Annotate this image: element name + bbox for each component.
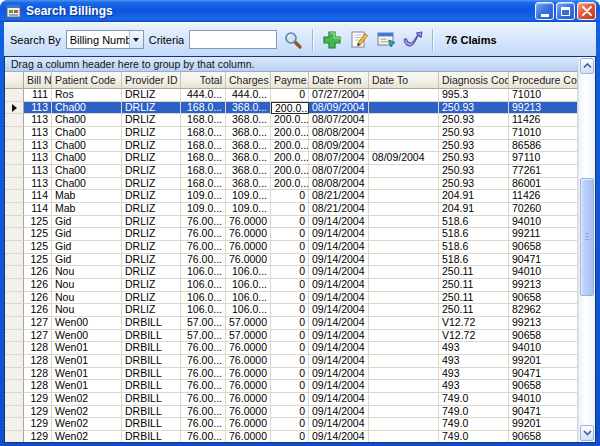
grid-cell[interactable]: 129 [24, 431, 52, 442]
grid-cell[interactable]: 09/14/2004 [309, 241, 369, 254]
grid-cell[interactable]: 71010 [509, 89, 578, 102]
grid-cell[interactable]: 368.0... [226, 178, 271, 191]
grid-cell[interactable]: Mab [52, 190, 122, 203]
grid-cell[interactable]: Nou [52, 292, 122, 305]
grid-cell[interactable] [369, 418, 439, 431]
grid-cell[interactable] [369, 406, 439, 419]
table-row[interactable]: 113Cha00DRLIZ168.0...368.0...200.0...08/… [5, 102, 578, 115]
grid-cell[interactable] [369, 342, 439, 355]
grid-cell[interactable]: Cha00 [52, 165, 122, 178]
grid-cell[interactable]: 109.0... [181, 203, 226, 216]
column-header-date-from[interactable]: Date From [309, 72, 369, 89]
table-row[interactable]: 111RosDRLIZ444.0...444.0...007/27/200499… [5, 89, 578, 102]
grid-cell[interactable]: 127 [24, 317, 52, 330]
table-row[interactable]: 127Wen00DRBILL57.00...57.0000009/14/2004… [5, 317, 578, 330]
grid-cell[interactable]: 90658 [509, 292, 578, 305]
grid-cell[interactable] [369, 431, 439, 442]
grid-cell[interactable]: 444.0... [226, 89, 271, 102]
grid-cell[interactable]: 09/14/2004 [309, 266, 369, 279]
grid-cell[interactable]: 204.91 [439, 203, 509, 216]
grid-cell[interactable]: 113 [24, 127, 52, 140]
grid-cell[interactable]: 125 [24, 241, 52, 254]
grid-cell[interactable]: 08/09/2004 [369, 152, 439, 165]
grid-cell[interactable]: Cha00 [52, 127, 122, 140]
grid-cell[interactable]: DRLIZ [122, 140, 181, 153]
grid-cell[interactable]: 518.6 [439, 216, 509, 229]
grid-cell[interactable]: 113 [24, 152, 52, 165]
grid-cell[interactable]: DRLIZ [122, 228, 181, 241]
table-row[interactable]: 129Wen02DRBILL76.00...76.0000009/14/2004… [5, 406, 578, 419]
group-by-bar[interactable]: Drag a column header here to group by th… [5, 57, 578, 72]
table-row[interactable]: 128Wen01DRBILL76.00...76.0000009/14/2004… [5, 355, 578, 368]
grid-cell[interactable]: 0 [271, 279, 309, 292]
grid-cell[interactable]: 90658 [509, 431, 578, 442]
grid-cell[interactable]: Cha00 [52, 152, 122, 165]
grid-cell[interactable]: Cha00 [52, 178, 122, 191]
grid-cell[interactable]: 09/14/2004 [309, 279, 369, 292]
grid-cell[interactable] [369, 355, 439, 368]
search-by-select[interactable]: Billing Number [66, 30, 144, 49]
maximize-button[interactable] [556, 2, 575, 20]
column-header-diagnosis-code[interactable]: Diagnosis Code [439, 72, 509, 89]
grid-cell[interactable]: 128 [24, 380, 52, 393]
grid-cell[interactable]: 76.0000 [226, 254, 271, 267]
grid-cell[interactable]: 70260 [509, 203, 578, 216]
grid-cell[interactable]: 0 [271, 342, 309, 355]
grid-cell[interactable]: 109.0... [226, 190, 271, 203]
grid-cell[interactable]: 168.0... [181, 152, 226, 165]
table-row[interactable]: 114MabDRLIZ109.0...109.0...008/21/200420… [5, 190, 578, 203]
grid-cell[interactable]: 125 [24, 254, 52, 267]
grid-cell[interactable]: 250.93 [439, 140, 509, 153]
grid-cell[interactable]: 106.0... [226, 292, 271, 305]
grid-cell[interactable] [369, 165, 439, 178]
table-row[interactable]: 113Cha00DRLIZ168.0...368.0...200.0...08/… [5, 165, 578, 178]
add-icon[interactable] [321, 29, 343, 51]
grid-cell[interactable]: DRLIZ [122, 190, 181, 203]
grid-cell[interactable] [369, 330, 439, 343]
grid-cell[interactable]: 129 [24, 406, 52, 419]
grid-cell[interactable]: 0 [271, 317, 309, 330]
grid-cell[interactable]: 99201 [509, 355, 578, 368]
grid-cell[interactable]: Wen01 [52, 355, 122, 368]
grid-cell[interactable]: 76.0000 [226, 216, 271, 229]
grid-cell[interactable]: 111 [24, 89, 52, 102]
grid-cell[interactable]: 250.93 [439, 102, 509, 115]
grid-cell[interactable] [369, 216, 439, 229]
grid-cell[interactable]: 106.0... [226, 304, 271, 317]
grid-cell[interactable]: DRLIZ [122, 127, 181, 140]
grid-cell[interactable]: 0 [271, 368, 309, 381]
grid-cell[interactable]: 97110 [509, 152, 578, 165]
grid-cell[interactable]: 444.0... [181, 89, 226, 102]
grid-cell[interactable]: DRLIZ [122, 266, 181, 279]
grid-cell[interactable]: Wen00 [52, 317, 122, 330]
grid-cell[interactable]: 204.91 [439, 190, 509, 203]
titlebar[interactable]: Search Billings [0, 0, 600, 22]
grid-cell[interactable]: 368.0... [226, 152, 271, 165]
grid-cell[interactable]: 76.00... [181, 418, 226, 431]
grid-cell[interactable]: DRBILL [122, 342, 181, 355]
grid-cell[interactable]: 76.0000 [226, 228, 271, 241]
vertical-scrollbar[interactable] [578, 57, 595, 442]
grid-cell[interactable]: 200.0... [271, 114, 309, 127]
table-row[interactable]: 128Wen01DRBILL76.00...76.0000009/14/2004… [5, 342, 578, 355]
grid-cell[interactable]: 250.11 [439, 292, 509, 305]
grid-cell[interactable]: 127 [24, 330, 52, 343]
grid-cell[interactable]: DRLIZ [122, 178, 181, 191]
grid-cell[interactable]: 368.0... [226, 102, 271, 115]
grid-cell[interactable]: 09/14/2004 [309, 368, 369, 381]
grid-cell[interactable]: 90658 [509, 330, 578, 343]
grid-cell[interactable] [369, 266, 439, 279]
grid-cell[interactable]: DRLIZ [122, 89, 181, 102]
grid-cell[interactable]: 08/07/2004 [309, 114, 369, 127]
grid-cell[interactable] [369, 241, 439, 254]
column-header-payme[interactable]: Payme... [271, 72, 309, 89]
grid-cell[interactable]: Wen02 [52, 418, 122, 431]
grid-cell[interactable]: 168.0... [181, 102, 226, 115]
grid-cell[interactable]: 368.0... [226, 140, 271, 153]
grid-cell[interactable]: 08/21/2004 [309, 203, 369, 216]
grid-cell[interactable]: V12.72 [439, 317, 509, 330]
grid-cell[interactable]: 94010 [509, 393, 578, 406]
grid-cell[interactable]: 995.3 [439, 89, 509, 102]
grid-cell[interactable]: 200.0... [271, 178, 309, 191]
grid-cell[interactable]: 08/07/2004 [309, 165, 369, 178]
